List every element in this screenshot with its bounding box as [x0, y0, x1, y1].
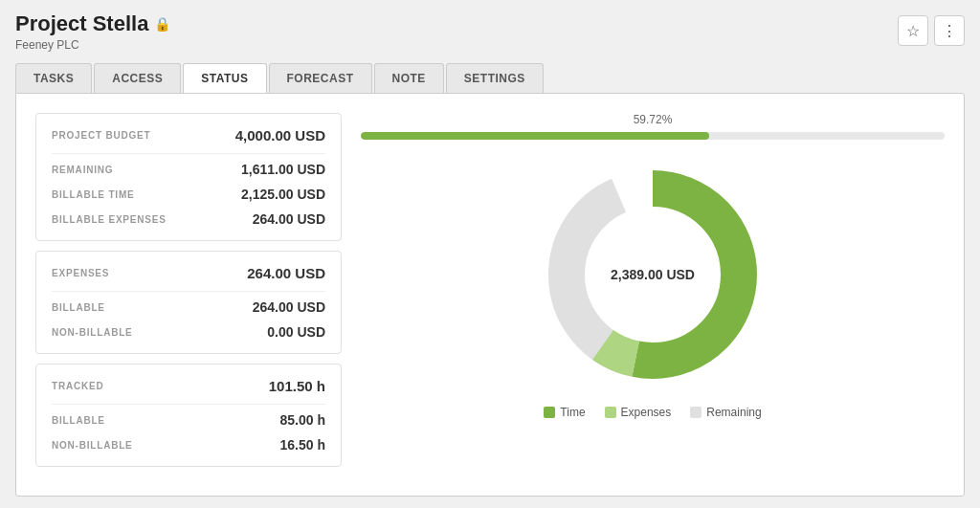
main-content: PROJECT BUDGET 4,000.00 USD REMAINING 1,… — [15, 93, 965, 497]
header-left: Project Stella 🔒 Feeney PLC — [15, 11, 170, 52]
tracked-label: TRACKED — [52, 381, 104, 391]
exp-billable-row: BILLABLE 264.00 USD — [52, 299, 325, 315]
trk-billable-row: BILLABLE 85.00 h — [52, 412, 325, 428]
tab-tasks[interactable]: TASKS — [15, 63, 92, 93]
header: Project Stella 🔒 Feeney PLC ☆ ⋮ — [15, 11, 965, 52]
exp-billable-value: 264.00 USD — [253, 299, 325, 315]
trk-non-billable-value: 16.50 h — [280, 437, 325, 453]
budget-divider — [52, 153, 325, 154]
lock-icon: 🔒 — [154, 16, 170, 32]
time-label: Time — [560, 406, 585, 419]
chart-container: 2,389.00 USD Time Expenses Remaining — [533, 155, 772, 476]
exp-non-billable-value: 0.00 USD — [267, 324, 325, 340]
budget-value: 4,000.00 USD — [235, 127, 325, 144]
remaining-row: REMAINING 1,611.00 USD — [52, 162, 325, 177]
progress-label: 59.72% — [361, 113, 945, 126]
tabs: TASKS ACCESS STATUS FORECAST NOTE SETTIN… — [15, 63, 965, 93]
exp-billable-label: BILLABLE — [52, 302, 105, 313]
trk-billable-label: BILLABLE — [52, 415, 105, 426]
donut-chart: 2,389.00 USD — [533, 155, 772, 394]
billable-time-label: BILLABLE TIME — [52, 189, 135, 200]
budget-label: PROJECT BUDGET — [52, 130, 150, 141]
exp-non-billable-row: NON-BILLABLE 0.00 USD — [52, 324, 325, 340]
expenses-divider — [52, 291, 325, 292]
billable-time-row: BILLABLE TIME 2,125.00 USD — [52, 187, 325, 202]
progress-bar-fill — [361, 132, 709, 140]
company-name: Feeney PLC — [15, 38, 170, 52]
remaining-label: Remaining — [706, 406, 761, 419]
star-button[interactable]: ☆ — [898, 15, 928, 46]
expenses-row: EXPENSES 264.00 USD — [52, 265, 325, 281]
budget-section: PROJECT BUDGET 4,000.00 USD REMAINING 1,… — [35, 113, 342, 241]
right-panel: 59.72% — [361, 113, 945, 476]
tracked-value: 101.50 h — [269, 378, 325, 394]
billable-expenses-label: BILLABLE EXPENSES — [52, 214, 167, 225]
time-dot — [544, 407, 555, 418]
expenses-label: Expenses — [621, 406, 672, 419]
legend-time: Time — [544, 406, 585, 419]
donut-center-label: 2,389.00 USD — [611, 267, 695, 282]
expenses-value: 264.00 USD — [247, 265, 325, 281]
expenses-label: EXPENSES — [52, 268, 109, 278]
remaining-dot — [690, 407, 702, 418]
legend-expenses: Expenses — [605, 406, 672, 419]
remaining-label: REMAINING — [52, 165, 113, 175]
trk-billable-value: 85.00 h — [280, 412, 325, 428]
legend-remaining: Remaining — [690, 406, 761, 419]
trk-non-billable-row: NON-BILLABLE 16.50 h — [52, 437, 325, 453]
progress-bar-container — [361, 132, 945, 140]
project-title-text: Project Stella — [15, 11, 148, 36]
expenses-dot — [605, 407, 616, 418]
tab-note[interactable]: NOTE — [374, 63, 444, 93]
trk-non-billable-label: NON-BILLABLE — [52, 440, 133, 451]
tracked-divider — [52, 404, 325, 405]
tab-settings[interactable]: SETTINGS — [446, 63, 544, 93]
app-container: Project Stella 🔒 Feeney PLC ☆ ⋮ TASKS AC… — [0, 0, 980, 508]
budget-row: PROJECT BUDGET 4,000.00 USD — [52, 127, 325, 144]
header-actions: ☆ ⋮ — [898, 15, 965, 46]
more-button[interactable]: ⋮ — [934, 15, 965, 46]
billable-time-value: 2,125.00 USD — [241, 187, 325, 202]
exp-non-billable-label: NON-BILLABLE — [52, 327, 133, 338]
tab-status[interactable]: STATUS — [183, 63, 266, 93]
project-title: Project Stella 🔒 — [15, 11, 170, 36]
left-panel: PROJECT BUDGET 4,000.00 USD REMAINING 1,… — [35, 113, 342, 476]
tracked-row: TRACKED 101.50 h — [52, 378, 325, 394]
tracked-section: TRACKED 101.50 h BILLABLE 85.00 h NON-BI… — [35, 364, 342, 467]
chart-legend: Time Expenses Remaining — [544, 406, 761, 419]
remaining-value: 1,611.00 USD — [241, 162, 325, 177]
billable-expenses-row: BILLABLE EXPENSES 264.00 USD — [52, 211, 325, 227]
tab-access[interactable]: ACCESS — [94, 63, 181, 93]
tab-forecast[interactable]: FORECAST — [269, 63, 372, 93]
progress-section: 59.72% — [361, 113, 945, 140]
billable-expenses-value: 264.00 USD — [253, 211, 325, 227]
expenses-section: EXPENSES 264.00 USD BILLABLE 264.00 USD … — [35, 251, 342, 354]
